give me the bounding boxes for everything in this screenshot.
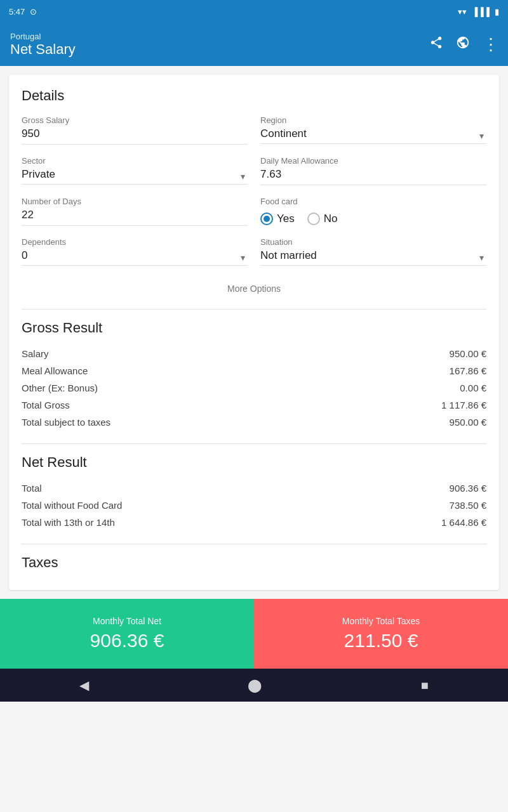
region-field: Region Continent Azores Madeira ▾: [260, 115, 486, 145]
app-bar: Portugal Net Salary ⋮: [0, 23, 508, 66]
back-button[interactable]: ◀: [79, 678, 89, 693]
food-card-radio-group: Yes No: [260, 209, 486, 225]
status-left: 5:47 ⊙: [9, 7, 37, 16]
bottom-taxes-value: 211.50 €: [344, 630, 418, 652]
app-bar-actions: ⋮: [429, 35, 498, 55]
food-card-yes-option[interactable]: Yes: [260, 213, 295, 225]
main-content: Details Gross Salary 950 Region Continen…: [0, 66, 508, 599]
bottom-net-value: 906.36 €: [90, 630, 164, 652]
region-label: Region: [260, 115, 486, 125]
dependents-select[interactable]: 0 1 2 3: [22, 249, 248, 261]
gross-row-other: Other (Ex: Bonus) 0.00 €: [22, 379, 486, 396]
meal-allowance-field: Daily Meal Allowance 7.63: [260, 156, 486, 185]
app-bar-title: Portugal Net Salary: [10, 32, 76, 58]
food-card-no-radio[interactable]: [307, 213, 320, 225]
taxes-section: Taxes: [22, 544, 486, 571]
wifi-icon: ▾▾: [458, 7, 467, 16]
gross-meal-row-label: Meal Allowance: [22, 365, 88, 376]
details-title: Details: [22, 88, 486, 104]
net-no-foodcard-label: Total without Food Card: [22, 500, 122, 511]
gross-result-section: Gross Result Salary 950.00 € Meal Allowa…: [22, 309, 486, 431]
gross-row-total: Total Gross 1 117.86 €: [22, 396, 486, 414]
more-icon[interactable]: ⋮: [483, 35, 498, 55]
share-icon[interactable]: [429, 36, 443, 53]
bottom-summary-bar: Monthly Total Net 906.36 € Monthly Total…: [0, 599, 508, 669]
sector-field: Sector Private Public ▾: [22, 156, 248, 185]
dependents-field: Dependents 0 1 2 3 ▾: [22, 237, 248, 266]
divider-1: [22, 309, 486, 310]
situation-label: Situation: [260, 237, 486, 247]
gross-total-row-value: 1 117.86 €: [441, 400, 486, 410]
gross-other-row-label: Other (Ex: Bonus): [22, 383, 98, 393]
situation-select-wrapper[interactable]: Not married Married, single holder Marri…: [260, 249, 486, 266]
time-display: 5:47: [9, 7, 25, 16]
bottom-net-section: Monthly Total Net 906.36 €: [0, 599, 254, 669]
status-right: ▾▾ ▐▐▐ ▮: [458, 7, 499, 16]
sector-label: Sector: [22, 156, 248, 166]
meal-allowance-label: Daily Meal Allowance: [260, 156, 486, 166]
battery-icon: ▮: [495, 7, 499, 16]
net-row-no-foodcard: Total without Food Card 738.50 €: [22, 497, 486, 514]
num-days-label: Number of Days: [22, 197, 248, 206]
net-no-foodcard-value: 738.50 €: [450, 500, 486, 511]
net-13th-value: 1 644.86 €: [441, 517, 486, 528]
food-card-yes-label: Yes: [277, 213, 295, 225]
app-title: Net Salary: [10, 41, 76, 58]
divider-2: [22, 443, 486, 444]
sector-select-wrapper[interactable]: Private Public ▾: [22, 168, 248, 185]
gross-meal-row-value: 167.86 €: [450, 365, 486, 376]
gross-other-row-value: 0.00 €: [460, 383, 486, 393]
bottom-net-label: Monthly Total Net: [93, 616, 161, 626]
gross-total-row-label: Total Gross: [22, 400, 70, 410]
status-bar: 5:47 ⊙ ▾▾ ▐▐▐ ▮: [0, 0, 508, 23]
pocket-casts-icon: ⊙: [30, 7, 37, 16]
net-result-section: Net Result Total 906.36 € Total without …: [22, 443, 486, 531]
divider-3: [22, 544, 486, 544]
gross-row-taxes: Total subject to taxes 950.00 €: [22, 414, 486, 431]
net-13th-label: Total with 13th or 14th: [22, 517, 115, 528]
gross-salary-row-value: 950.00 €: [450, 348, 486, 359]
net-result-title: Net Result: [22, 454, 486, 471]
gross-result-rows: Salary 950.00 € Meal Allowance 167.86 € …: [22, 345, 486, 431]
nav-bar: ◀ ⬤ ■: [0, 669, 508, 702]
gross-salary-row-label: Salary: [22, 348, 49, 359]
details-card: Details Gross Salary 950 Region Continen…: [9, 75, 499, 590]
net-result-rows: Total 906.36 € Total without Food Card 7…: [22, 480, 486, 531]
meal-allowance-value: 7.63: [260, 168, 486, 185]
home-button[interactable]: ⬤: [248, 678, 262, 693]
gross-taxes-row-label: Total subject to taxes: [22, 417, 110, 428]
gross-taxes-row-value: 950.00 €: [450, 417, 486, 428]
sector-select[interactable]: Private Public: [22, 168, 248, 180]
dependents-select-wrapper[interactable]: 0 1 2 3 ▾: [22, 249, 248, 266]
gross-salary-value: 950: [22, 128, 248, 145]
details-form: Gross Salary 950 Region Continent Azores…: [22, 115, 486, 277]
app-country: Portugal: [10, 32, 76, 41]
food-card-yes-radio[interactable]: [260, 213, 273, 225]
dependents-label: Dependents: [22, 237, 248, 247]
taxes-title: Taxes: [22, 554, 486, 571]
net-total-row-label: Total: [22, 483, 42, 494]
gross-row-salary: Salary 950.00 €: [22, 345, 486, 362]
food-card-no-option[interactable]: No: [307, 213, 338, 225]
num-days-field: Number of Days 22: [22, 197, 248, 226]
gross-row-meal: Meal Allowance 167.86 €: [22, 362, 486, 379]
recent-button[interactable]: ■: [421, 678, 429, 693]
net-row-total: Total 906.36 €: [22, 480, 486, 497]
food-card-label: Food card: [260, 197, 486, 206]
net-row-13th: Total with 13th or 14th 1 644.86 €: [22, 514, 486, 531]
gross-salary-field: Gross Salary 950: [22, 115, 248, 145]
gross-result-title: Gross Result: [22, 320, 486, 336]
net-total-row-value: 906.36 €: [450, 483, 486, 494]
bottom-taxes-section: Monthly Total Taxes 211.50 €: [254, 599, 508, 669]
num-days-value: 22: [22, 209, 248, 226]
region-select-wrapper[interactable]: Continent Azores Madeira ▾: [260, 128, 486, 144]
bottom-taxes-label: Monthly Total Taxes: [342, 616, 420, 626]
food-card-field: Food card Yes No: [260, 197, 486, 226]
gross-salary-label: Gross Salary: [22, 115, 248, 125]
region-select[interactable]: Continent Azores Madeira: [260, 128, 486, 140]
signal-icon: ▐▐▐: [472, 7, 490, 16]
globe-icon[interactable]: [456, 36, 470, 53]
situation-select[interactable]: Not married Married, single holder Marri…: [260, 249, 486, 261]
more-options-button[interactable]: More Options: [22, 277, 486, 296]
food-card-no-label: No: [324, 213, 338, 225]
